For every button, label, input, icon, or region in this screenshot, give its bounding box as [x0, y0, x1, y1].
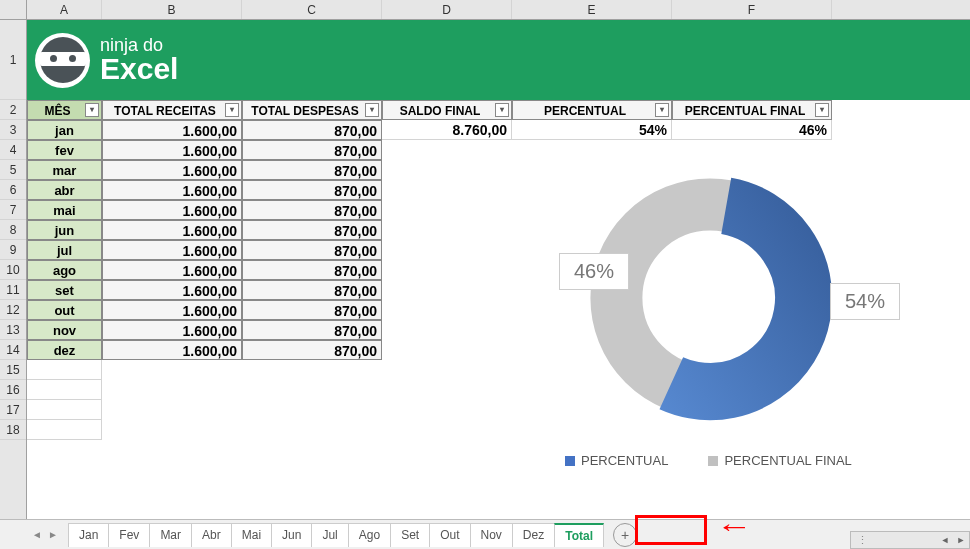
- col-header-B[interactable]: B: [102, 0, 242, 19]
- cell-despesas[interactable]: 870,00: [242, 260, 382, 280]
- cell-receitas[interactable]: 1.600,00: [102, 320, 242, 340]
- cell-mes[interactable]: out: [27, 300, 102, 320]
- sheet-tab-jan[interactable]: Jan: [68, 523, 109, 547]
- donut-chart[interactable]: 46% 54% PERCENTUAL PERCENTUAL FINAL: [435, 163, 915, 493]
- cell-mes[interactable]: jul: [27, 240, 102, 260]
- cell-despesas[interactable]: 870,00: [242, 320, 382, 340]
- cell-despesas[interactable]: 870,00: [242, 340, 382, 360]
- cell-receitas[interactable]: 1.600,00: [102, 220, 242, 240]
- scroll-left-icon[interactable]: ◄: [937, 532, 953, 548]
- sheet-tab-jul[interactable]: Jul: [311, 523, 348, 547]
- row-header-11[interactable]: 11: [0, 280, 26, 300]
- filter-icon[interactable]: ▾: [655, 103, 669, 117]
- cell-mes[interactable]: jun: [27, 220, 102, 240]
- cell-percentual-final[interactable]: 46%: [672, 120, 832, 140]
- cell-mes[interactable]: jan: [27, 120, 102, 140]
- cell-mes[interactable]: ago: [27, 260, 102, 280]
- sheet-tab-dez[interactable]: Dez: [512, 523, 555, 547]
- cell-receitas[interactable]: 1.600,00: [102, 260, 242, 280]
- header-percentual-final[interactable]: PERCENTUAL FINAL▾: [672, 100, 832, 120]
- cell-mes[interactable]: mar: [27, 160, 102, 180]
- col-header-C[interactable]: C: [242, 0, 382, 19]
- sheet-tab-ago[interactable]: Ago: [348, 523, 391, 547]
- row-header-14[interactable]: 14: [0, 340, 26, 360]
- scroll-right-icon[interactable]: ►: [953, 532, 969, 548]
- cell-mes[interactable]: abr: [27, 180, 102, 200]
- cell-mes[interactable]: set: [27, 280, 102, 300]
- cell-receitas[interactable]: 1.600,00: [102, 300, 242, 320]
- add-sheet-button[interactable]: +: [613, 523, 637, 547]
- scrollbar-grip-icon[interactable]: ⋮: [851, 534, 937, 547]
- filter-icon[interactable]: ▾: [85, 103, 99, 117]
- cell-mes[interactable]: nov: [27, 320, 102, 340]
- cell-receitas[interactable]: 1.600,00: [102, 240, 242, 260]
- cell-empty[interactable]: [27, 360, 102, 380]
- cell-receitas[interactable]: 1.600,00: [102, 140, 242, 160]
- row-header-gutter[interactable]: 123456789101112131415161718: [0, 0, 27, 519]
- row-header-13[interactable]: 13: [0, 320, 26, 340]
- cell-despesas[interactable]: 870,00: [242, 160, 382, 180]
- sheet-tab-out[interactable]: Out: [429, 523, 470, 547]
- header-receitas[interactable]: TOTAL RECEITAS▾: [102, 100, 242, 120]
- row-header-3[interactable]: 3: [0, 120, 26, 140]
- sheet-tab-fev[interactable]: Fev: [108, 523, 150, 547]
- cell-despesas[interactable]: 870,00: [242, 140, 382, 160]
- sheet-tab-mar[interactable]: Mar: [149, 523, 192, 547]
- col-header-A[interactable]: A: [27, 0, 102, 19]
- sheet-tab-total[interactable]: Total: [554, 523, 604, 547]
- cell-percentual[interactable]: 54%: [512, 120, 672, 140]
- row-header-18[interactable]: 18: [0, 420, 26, 440]
- column-headers[interactable]: ABCDEF: [27, 0, 970, 20]
- sheet-tab-jun[interactable]: Jun: [271, 523, 312, 547]
- cell-receitas[interactable]: 1.600,00: [102, 340, 242, 360]
- filter-icon[interactable]: ▾: [365, 103, 379, 117]
- sheet-tab-mai[interactable]: Mai: [231, 523, 272, 547]
- cell-despesas[interactable]: 870,00: [242, 120, 382, 140]
- row-header-7[interactable]: 7: [0, 200, 26, 220]
- sheet-tab-bar[interactable]: ◄ ► JanFevMarAbrMaiJunJulAgoSetOutNovDez…: [0, 519, 970, 549]
- cell-empty[interactable]: [27, 400, 102, 420]
- sheet-tab-set[interactable]: Set: [390, 523, 430, 547]
- cell-receitas[interactable]: 1.600,00: [102, 160, 242, 180]
- row-header-8[interactable]: 8: [0, 220, 26, 240]
- cell-despesas[interactable]: 870,00: [242, 220, 382, 240]
- cell-mes[interactable]: mai: [27, 200, 102, 220]
- row-header-12[interactable]: 12: [0, 300, 26, 320]
- header-mes[interactable]: MÊS▾: [27, 100, 102, 120]
- horizontal-scrollbar[interactable]: ⋮ ◄ ►: [850, 531, 970, 549]
- col-header-D[interactable]: D: [382, 0, 512, 19]
- cell-despesas[interactable]: 870,00: [242, 300, 382, 320]
- row-header-4[interactable]: 4: [0, 140, 26, 160]
- header-saldo[interactable]: SALDO FINAL▾: [382, 100, 512, 120]
- filter-icon[interactable]: ▾: [815, 103, 829, 117]
- cell-despesas[interactable]: 870,00: [242, 280, 382, 300]
- row-header-17[interactable]: 17: [0, 400, 26, 420]
- header-despesas[interactable]: TOTAL DESPESAS▾: [242, 100, 382, 120]
- tab-nav-next-icon[interactable]: ►: [46, 528, 60, 542]
- cell-receitas[interactable]: 1.600,00: [102, 200, 242, 220]
- cell-receitas[interactable]: 1.600,00: [102, 180, 242, 200]
- tab-nav-prev-icon[interactable]: ◄: [30, 528, 44, 542]
- row-header-15[interactable]: 15: [0, 360, 26, 380]
- cell-despesas[interactable]: 870,00: [242, 180, 382, 200]
- col-header-F[interactable]: F: [672, 0, 832, 19]
- cell-receitas[interactable]: 1.600,00: [102, 120, 242, 140]
- col-header-E[interactable]: E: [512, 0, 672, 19]
- row-header-9[interactable]: 9: [0, 240, 26, 260]
- header-percentual[interactable]: PERCENTUAL▾: [512, 100, 672, 120]
- row-header-2[interactable]: 2: [0, 100, 26, 120]
- row-header-10[interactable]: 10: [0, 260, 26, 280]
- cell-receitas[interactable]: 1.600,00: [102, 280, 242, 300]
- cell-saldo-final[interactable]: 8.760,00: [382, 120, 512, 140]
- cell-mes[interactable]: dez: [27, 340, 102, 360]
- row-header-16[interactable]: 16: [0, 380, 26, 400]
- sheet-tab-nov[interactable]: Nov: [470, 523, 513, 547]
- cell-empty[interactable]: [27, 380, 102, 400]
- row-header-6[interactable]: 6: [0, 180, 26, 200]
- cell-despesas[interactable]: 870,00: [242, 200, 382, 220]
- cell-despesas[interactable]: 870,00: [242, 240, 382, 260]
- row-header-5[interactable]: 5: [0, 160, 26, 180]
- row-header-1[interactable]: 1: [0, 20, 26, 100]
- filter-icon[interactable]: ▾: [225, 103, 239, 117]
- cell-mes[interactable]: fev: [27, 140, 102, 160]
